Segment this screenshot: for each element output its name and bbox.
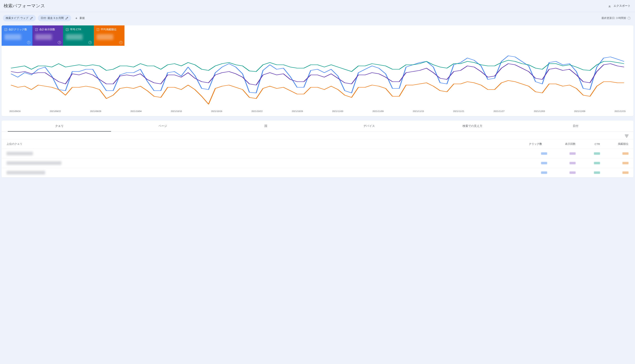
query-text-redacted — [6, 171, 45, 174]
tab-1[interactable]: ページ — [111, 120, 214, 132]
last-update-label: 最終更新日: 3 時間前 — [602, 16, 626, 20]
metric-tiles: 合計クリック数 ? 合計表示回数 ? 平均 CTR ? 平均掲載順位 ? — [2, 26, 633, 46]
chip-date-range[interactable]: 日付: 過去 3 か月間 — [38, 15, 71, 21]
help-icon[interactable]: ? — [58, 41, 61, 44]
x-tick: 2021/10/22 — [252, 110, 262, 112]
col-impressions[interactable]: 表示回数 — [547, 142, 576, 146]
table-body — [2, 149, 633, 178]
page-header: 検索パフォーマンス エクスポート — [0, 0, 635, 12]
tile-impressions-label: 合計表示回数 — [39, 28, 55, 31]
tab-3[interactable]: デバイス — [318, 120, 421, 132]
chip-search-type-label: 検索タイプ: ウェブ — [6, 16, 28, 20]
table-toolbar — [2, 132, 633, 139]
tile-ctr[interactable]: 平均 CTR ? — [63, 26, 94, 46]
x-tick: 2021/11/21 — [453, 110, 464, 112]
cell-value-redacted — [570, 152, 576, 155]
checkbox-icon — [35, 28, 38, 31]
cell-value-redacted — [622, 172, 628, 174]
col-clicks[interactable]: クリック数 — [525, 142, 547, 146]
tile-position[interactable]: 平均掲載順位 ? — [94, 26, 124, 46]
add-filter-label: 新規 — [80, 16, 85, 20]
x-tick: 2021/10/16 — [211, 110, 222, 112]
page-title: 検索パフォーマンス — [4, 3, 45, 9]
tile-impressions[interactable]: 合計表示回数 ? — [32, 26, 63, 46]
plus-icon — [75, 17, 78, 20]
cell-value-redacted — [622, 162, 628, 164]
x-tick: 2021/11/09 — [372, 110, 384, 112]
table-row[interactable] — [2, 158, 633, 168]
tile-impressions-value-redacted — [35, 34, 52, 40]
x-tick: 2021/11/27 — [494, 110, 504, 112]
tab-0[interactable]: クエリ — [8, 120, 111, 132]
cell-value-redacted — [594, 152, 600, 155]
chart-series — [11, 60, 624, 72]
checkbox-icon — [66, 28, 68, 31]
col-ctr[interactable]: CTR — [576, 142, 600, 146]
x-tick: 2021/10/04 — [130, 110, 142, 112]
cell-value-redacted — [541, 172, 547, 174]
tile-ctr-value-redacted — [66, 34, 82, 40]
pencil-icon — [30, 17, 33, 20]
chip-date-range-label: 日付: 過去 3 か月間 — [41, 16, 64, 20]
sort-desc-icon — [525, 142, 528, 146]
checkbox-icon — [96, 28, 99, 31]
export-label: エクスポート — [614, 4, 630, 8]
cell-value-redacted — [594, 162, 600, 164]
chip-search-type[interactable]: 検索タイプ: ウェブ — [3, 15, 36, 21]
col-clicks-label: クリック数 — [529, 142, 542, 146]
last-update: 最終更新日: 3 時間前 ? — [602, 16, 630, 20]
query-text-redacted — [6, 161, 62, 165]
col-position[interactable]: 掲載順位 — [600, 142, 628, 146]
download-icon — [608, 4, 612, 8]
dimension-tabs: クエリページ国デバイス検索での見え方日付 — [2, 120, 633, 132]
help-icon[interactable]: ? — [27, 41, 30, 44]
help-icon[interactable]: ? — [88, 41, 92, 44]
x-tick: 2021/10/28 — [292, 110, 303, 112]
query-text-redacted — [6, 152, 33, 155]
table-row[interactable] — [2, 168, 633, 178]
cell-value-redacted — [541, 162, 547, 164]
x-tick: 2021/12/03 — [534, 110, 545, 112]
x-tick: 2021/10/10 — [171, 110, 182, 112]
tile-position-label: 平均掲載順位 — [101, 28, 116, 31]
table-card: クエリページ国デバイス検索での見え方日付 上位のクエリ クリック数 表示回数 C… — [2, 120, 633, 178]
help-icon[interactable]: ? — [119, 41, 122, 44]
chart-x-ticks: 2021/09/162021/09/222021/09/282021/10/04… — [6, 110, 628, 112]
checkbox-icon — [4, 28, 7, 31]
cell-value-redacted — [594, 172, 600, 174]
tab-5[interactable]: 日付 — [524, 120, 627, 132]
filter-bar: 検索タイプ: ウェブ 日付: 過去 3 か月間 新規 最終更新日: 3 時間前 … — [0, 12, 635, 24]
x-tick: 2021/11/03 — [332, 110, 343, 112]
x-tick: 2021/09/16 — [9, 110, 20, 112]
table-header: 上位のクエリ クリック数 表示回数 CTR 掲載順位 — [2, 139, 633, 149]
chart-card: 合計クリック数 ? 合計表示回数 ? 平均 CTR ? 平均掲載順位 ? 202… — [2, 26, 633, 116]
x-tick: 2021/09/28 — [90, 110, 101, 112]
tab-2[interactable]: 国 — [214, 120, 318, 132]
col-query[interactable]: 上位のクエリ — [6, 142, 525, 146]
filter-chips: 検索タイプ: ウェブ 日付: 過去 3 か月間 新規 — [3, 15, 86, 21]
export-button[interactable]: エクスポート — [608, 4, 630, 8]
x-tick: 2021/09/22 — [50, 110, 61, 112]
filter-icon[interactable] — [624, 134, 629, 138]
add-filter-button[interactable]: 新規 — [73, 15, 86, 21]
tab-4[interactable]: 検索での見え方 — [421, 120, 524, 132]
cell-value-redacted — [570, 172, 576, 174]
pencil-icon — [65, 17, 68, 20]
tile-position-value-redacted — [96, 34, 113, 40]
cell-value-redacted — [622, 152, 628, 155]
tile-ctr-label: 平均 CTR — [70, 28, 81, 31]
chart-series — [11, 80, 624, 104]
cell-value-redacted — [541, 152, 547, 155]
performance-chart — [6, 48, 628, 109]
cell-value-redacted — [570, 162, 576, 164]
x-tick: 2021/12/15 — [614, 110, 626, 112]
chart-area: 2021/09/162021/09/222021/09/282021/10/04… — [2, 46, 633, 116]
x-tick: 2021/12/09 — [574, 110, 585, 112]
help-icon[interactable]: ? — [628, 17, 630, 20]
table-row[interactable] — [2, 149, 633, 158]
tile-clicks-value-redacted — [4, 34, 21, 40]
x-tick: 2021/11/15 — [413, 110, 424, 112]
tile-clicks[interactable]: 合計クリック数 ? — [2, 26, 32, 46]
tile-clicks-label: 合計クリック数 — [8, 28, 27, 31]
